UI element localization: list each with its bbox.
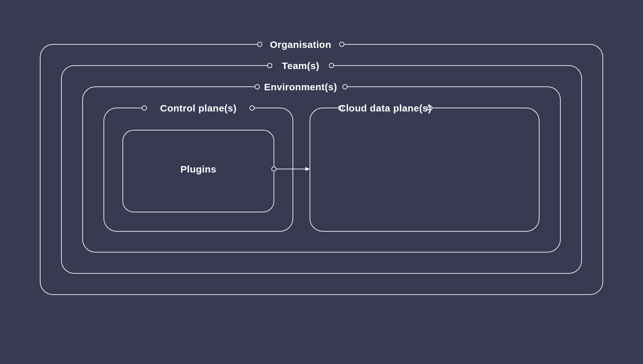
svg-point-7 — [250, 106, 254, 110]
organisation-label: Organisation — [270, 39, 331, 50]
data-plane-label: Cloud data plane(s) — [339, 103, 431, 113]
svg-point-3 — [329, 63, 334, 68]
svg-point-2 — [267, 63, 272, 68]
svg-point-4 — [255, 84, 259, 89]
data-plane-box: Cloud data plane(s) — [310, 103, 539, 231]
environments-label: Environment(s) — [264, 82, 337, 92]
svg-marker-14 — [305, 167, 310, 171]
architecture-diagram: Organisation Team(s) Environment(s) Cont… — [0, 0, 643, 364]
svg-point-1 — [340, 42, 344, 47]
plugins-label: Plugins — [180, 164, 216, 174]
svg-point-12 — [272, 167, 276, 171]
control-plane-label: Control plane(s) — [160, 103, 237, 113]
environments-box: Environment(s) — [83, 82, 560, 252]
svg-point-6 — [142, 106, 147, 110]
svg-point-0 — [258, 42, 262, 47]
organisation-box: Organisation — [40, 39, 603, 295]
plugins-box: Plugins — [123, 130, 276, 212]
teams-box: Team(s) — [61, 60, 582, 273]
svg-point-5 — [343, 84, 347, 89]
teams-label: Team(s) — [282, 60, 319, 71]
